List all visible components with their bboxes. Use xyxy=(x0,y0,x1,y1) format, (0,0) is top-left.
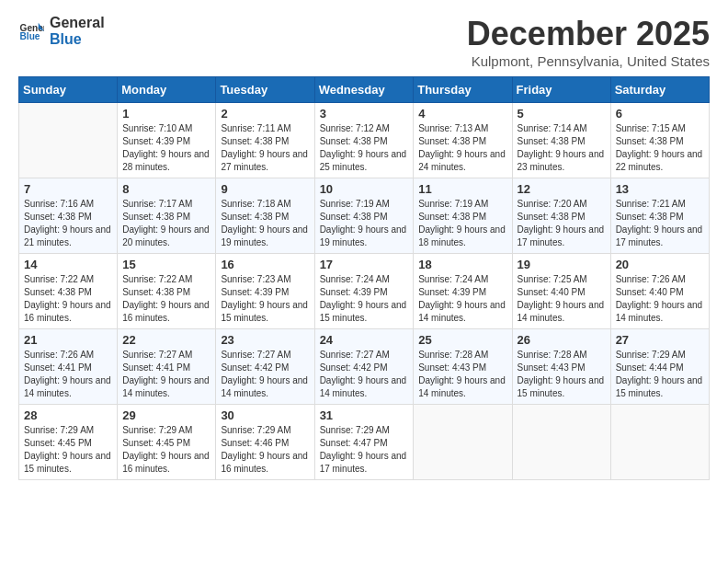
calendar-cell: 23Sunrise: 7:27 AMSunset: 4:42 PMDayligh… xyxy=(216,329,314,405)
day-number: 21 xyxy=(24,333,112,347)
calendar-cell: 30Sunrise: 7:29 AMSunset: 4:46 PMDayligh… xyxy=(216,405,314,480)
weekday-header-monday: Monday xyxy=(118,77,216,103)
day-info: Sunrise: 7:26 AMSunset: 4:40 PMDaylight:… xyxy=(616,273,704,325)
day-info: Sunrise: 7:10 AMSunset: 4:39 PMDaylight:… xyxy=(122,122,210,174)
sunset-text: Sunset: 4:38 PM xyxy=(24,212,92,222)
calendar-week-row: 1Sunrise: 7:10 AMSunset: 4:39 PMDaylight… xyxy=(19,103,710,178)
daylight-text: Daylight: 9 hours and 14 minutes. xyxy=(518,300,605,323)
sunset-text: Sunset: 4:38 PM xyxy=(221,136,289,146)
sunrise-text: Sunrise: 7:27 AM xyxy=(122,350,192,360)
sunset-text: Sunset: 4:38 PM xyxy=(418,212,486,222)
sunset-text: Sunset: 4:42 PM xyxy=(221,362,289,373)
daylight-text: Daylight: 9 hours and 16 minutes. xyxy=(122,451,210,474)
sunrise-text: Sunrise: 7:22 AM xyxy=(122,274,192,284)
sunset-text: Sunset: 4:44 PM xyxy=(616,362,684,373)
day-info: Sunrise: 7:18 AMSunset: 4:38 PMDaylight:… xyxy=(221,198,309,249)
sunrise-text: Sunrise: 7:26 AM xyxy=(616,274,686,284)
calendar-table: SundayMondayTuesdayWednesdayThursdayFrid… xyxy=(18,76,710,480)
sunrise-text: Sunrise: 7:19 AM xyxy=(320,199,390,209)
day-info: Sunrise: 7:19 AMSunset: 4:38 PMDaylight:… xyxy=(418,198,506,249)
day-info: Sunrise: 7:29 AMSunset: 4:45 PMDaylight:… xyxy=(24,424,112,476)
daylight-text: Daylight: 9 hours and 14 minutes. xyxy=(616,300,703,323)
day-info: Sunrise: 7:14 AMSunset: 4:38 PMDaylight:… xyxy=(518,122,606,174)
day-info: Sunrise: 7:24 AMSunset: 4:39 PMDaylight:… xyxy=(418,273,506,325)
logo-icon: General Blue xyxy=(18,18,44,44)
day-info: Sunrise: 7:24 AMSunset: 4:39 PMDaylight:… xyxy=(320,273,409,325)
sunset-text: Sunset: 4:41 PM xyxy=(122,362,190,373)
sunrise-text: Sunrise: 7:22 AM xyxy=(24,274,94,284)
sunset-text: Sunset: 4:39 PM xyxy=(221,287,289,297)
day-info: Sunrise: 7:28 AMSunset: 4:43 PMDaylight:… xyxy=(518,349,606,400)
title-block: December 2025 Kulpmont, Pennsylvania, Un… xyxy=(467,15,710,69)
day-number: 18 xyxy=(418,258,506,271)
sunrise-text: Sunrise: 7:29 AM xyxy=(320,425,390,435)
daylight-text: Daylight: 9 hours and 17 minutes. xyxy=(518,224,605,247)
calendar-cell: 7Sunrise: 7:16 AMSunset: 4:38 PMDaylight… xyxy=(19,178,118,254)
calendar-cell xyxy=(414,405,512,480)
sunrise-text: Sunrise: 7:21 AM xyxy=(616,199,686,209)
sunrise-text: Sunrise: 7:19 AM xyxy=(418,199,488,209)
daylight-text: Daylight: 9 hours and 19 minutes. xyxy=(221,224,308,247)
calendar-cell: 11Sunrise: 7:19 AMSunset: 4:38 PMDayligh… xyxy=(414,178,512,254)
sunrise-text: Sunrise: 7:10 AM xyxy=(122,123,192,133)
sunrise-text: Sunrise: 7:15 AM xyxy=(616,123,686,133)
day-info: Sunrise: 7:20 AMSunset: 4:38 PMDaylight:… xyxy=(518,198,606,249)
day-number: 24 xyxy=(320,333,409,347)
sunset-text: Sunset: 4:38 PM xyxy=(616,136,684,146)
day-info: Sunrise: 7:25 AMSunset: 4:40 PMDaylight:… xyxy=(518,273,606,325)
day-number: 17 xyxy=(320,258,409,271)
calendar-cell: 10Sunrise: 7:19 AMSunset: 4:38 PMDayligh… xyxy=(314,178,414,254)
sunset-text: Sunset: 4:43 PM xyxy=(518,362,586,373)
sunset-text: Sunset: 4:38 PM xyxy=(418,136,486,146)
weekday-header-tuesday: Tuesday xyxy=(216,77,314,103)
day-number: 26 xyxy=(518,333,606,347)
day-info: Sunrise: 7:27 AMSunset: 4:41 PMDaylight:… xyxy=(122,349,210,400)
sunrise-text: Sunrise: 7:20 AM xyxy=(518,199,587,209)
daylight-text: Daylight: 9 hours and 14 minutes. xyxy=(221,375,308,398)
sunrise-text: Sunrise: 7:17 AM xyxy=(122,199,192,209)
sunset-text: Sunset: 4:46 PM xyxy=(221,438,289,448)
day-number: 6 xyxy=(616,107,704,121)
daylight-text: Daylight: 9 hours and 23 minutes. xyxy=(518,149,605,172)
sunrise-text: Sunrise: 7:24 AM xyxy=(320,274,390,284)
sunrise-text: Sunrise: 7:28 AM xyxy=(418,350,488,360)
sunrise-text: Sunrise: 7:18 AM xyxy=(221,199,290,209)
daylight-text: Daylight: 9 hours and 19 minutes. xyxy=(320,224,407,247)
sunset-text: Sunset: 4:45 PM xyxy=(24,438,92,448)
daylight-text: Daylight: 9 hours and 15 minutes. xyxy=(320,300,407,323)
day-number: 3 xyxy=(320,107,409,121)
day-info: Sunrise: 7:29 AMSunset: 4:44 PMDaylight:… xyxy=(616,349,704,400)
calendar-cell: 26Sunrise: 7:28 AMSunset: 4:43 PMDayligh… xyxy=(512,329,610,405)
sunrise-text: Sunrise: 7:29 AM xyxy=(616,350,686,360)
sunrise-text: Sunrise: 7:29 AM xyxy=(122,425,192,435)
calendar-cell: 27Sunrise: 7:29 AMSunset: 4:44 PMDayligh… xyxy=(610,329,709,405)
page-header: General Blue General Blue December 2025 … xyxy=(18,15,710,69)
sunset-text: Sunset: 4:39 PM xyxy=(418,287,486,297)
weekday-header-sunday: Sunday xyxy=(19,77,118,103)
sunrise-text: Sunrise: 7:14 AM xyxy=(518,123,587,133)
calendar-week-row: 28Sunrise: 7:29 AMSunset: 4:45 PMDayligh… xyxy=(19,405,710,480)
calendar-week-row: 7Sunrise: 7:16 AMSunset: 4:38 PMDaylight… xyxy=(19,178,710,254)
day-info: Sunrise: 7:11 AMSunset: 4:38 PMDaylight:… xyxy=(221,122,309,174)
day-number: 25 xyxy=(418,333,506,347)
daylight-text: Daylight: 9 hours and 14 minutes. xyxy=(24,375,111,398)
day-number: 30 xyxy=(221,408,309,422)
calendar-cell: 24Sunrise: 7:27 AMSunset: 4:42 PMDayligh… xyxy=(314,329,414,405)
calendar-cell: 3Sunrise: 7:12 AMSunset: 4:38 PMDaylight… xyxy=(314,103,414,178)
daylight-text: Daylight: 9 hours and 27 minutes. xyxy=(221,149,308,172)
calendar-cell: 20Sunrise: 7:26 AMSunset: 4:40 PMDayligh… xyxy=(610,254,709,329)
calendar-cell xyxy=(512,405,610,480)
logo-general: General xyxy=(50,15,105,31)
sunset-text: Sunset: 4:42 PM xyxy=(320,362,388,373)
day-info: Sunrise: 7:19 AMSunset: 4:38 PMDaylight:… xyxy=(320,198,409,249)
weekday-header-friday: Friday xyxy=(512,77,610,103)
logo-blue: Blue xyxy=(50,31,105,48)
calendar-cell: 2Sunrise: 7:11 AMSunset: 4:38 PMDaylight… xyxy=(216,103,314,178)
day-info: Sunrise: 7:21 AMSunset: 4:38 PMDaylight:… xyxy=(616,198,704,249)
sunset-text: Sunset: 4:38 PM xyxy=(122,212,190,222)
calendar-cell: 16Sunrise: 7:23 AMSunset: 4:39 PMDayligh… xyxy=(216,254,314,329)
day-info: Sunrise: 7:12 AMSunset: 4:38 PMDaylight:… xyxy=(320,122,409,174)
logo: General Blue General Blue xyxy=(18,15,105,49)
calendar-cell: 14Sunrise: 7:22 AMSunset: 4:38 PMDayligh… xyxy=(19,254,118,329)
calendar-cell: 15Sunrise: 7:22 AMSunset: 4:38 PMDayligh… xyxy=(118,254,216,329)
